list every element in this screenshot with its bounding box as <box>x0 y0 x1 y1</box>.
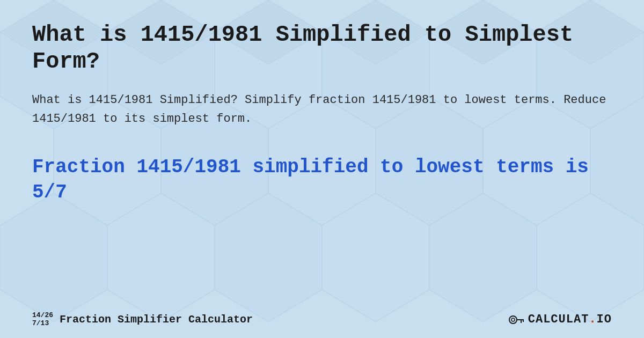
result-section: Fraction 1415/1981 simplified to lowest … <box>32 155 612 205</box>
page-description: What is 1415/1981 Simplified? Simplify f… <box>32 91 612 128</box>
page-title: What is 1415/1981 Simplified to Simplest… <box>32 21 612 76</box>
result-text: Fraction 1415/1981 simplified to lowest … <box>32 155 612 205</box>
